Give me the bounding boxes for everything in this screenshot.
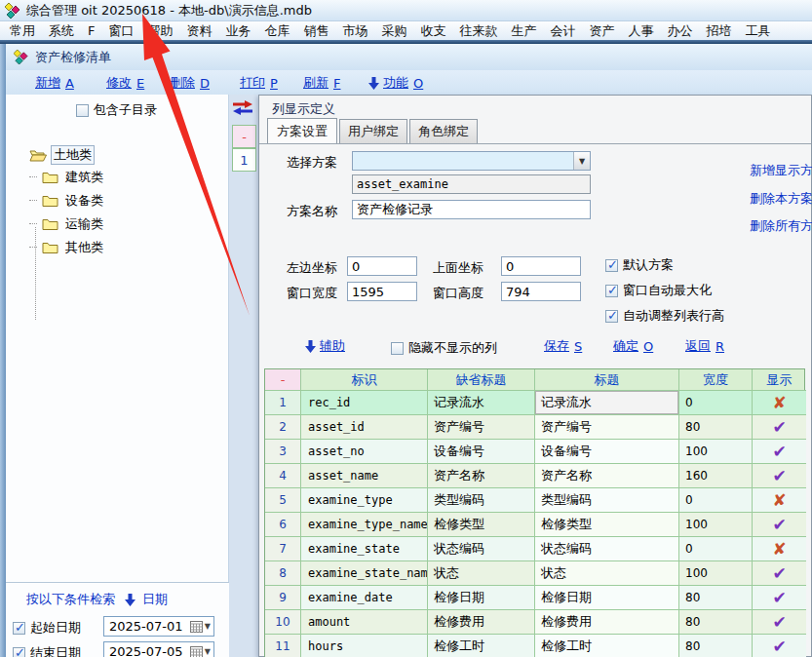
field-id-cell[interactable]: rec_id xyxy=(301,391,428,415)
visible-mark[interactable]: ✘ xyxy=(753,537,806,561)
width-cell[interactable]: 160 xyxy=(679,464,753,488)
top-coord-input[interactable] xyxy=(501,256,581,276)
dropdown-caret-icon[interactable]: ▼ xyxy=(205,647,211,656)
field-id-cell[interactable]: examine_date xyxy=(301,586,428,610)
field-id-cell[interactable]: examine_type_name xyxy=(301,513,428,537)
width-cell[interactable]: 80 xyxy=(679,610,753,635)
table-row[interactable]: 10 amount 检修费用 检修费用 80 ✔ xyxy=(265,610,804,635)
menu-item[interactable]: 常用 xyxy=(3,22,42,40)
table-row[interactable]: 3 asset_no 设备编号 设备编号 100 ✔ xyxy=(265,440,804,464)
tree-item-building[interactable]: 建筑类 xyxy=(29,169,105,185)
refresh-button[interactable]: 刷新F xyxy=(303,74,340,92)
menu-item[interactable]: 会计 xyxy=(543,22,582,40)
table-row[interactable]: 4 asset_name 资产名称 资产名称 160 ✔ xyxy=(265,464,804,488)
tree-item-other[interactable]: 其他类 xyxy=(29,239,105,255)
header-default-title[interactable]: 缺省标题 xyxy=(428,369,535,391)
width-cell[interactable]: 100 xyxy=(679,440,753,464)
combo-dropdown-button[interactable]: ▼ xyxy=(573,152,590,170)
tree-item-land[interactable]: 土地类 xyxy=(29,146,94,163)
width-cell[interactable]: 80 xyxy=(679,586,753,610)
hide-columns-checkbox[interactable] xyxy=(391,342,404,355)
mini-grid-cell-minus[interactable]: - xyxy=(232,125,256,148)
title-cell[interactable]: 设备编号 xyxy=(535,440,679,464)
table-row[interactable]: 6 examine_type_name 检修类型 检修类型 100 ✔ xyxy=(265,513,804,537)
width-cell[interactable]: 80 xyxy=(679,415,753,440)
default-title-cell[interactable]: 检修工时 xyxy=(428,635,535,657)
title-cell[interactable]: 记录流水 xyxy=(535,391,679,415)
width-cell[interactable]: 100 xyxy=(679,561,753,586)
include-subdir-checkbox[interactable] xyxy=(76,104,89,117)
auto-maximize-checkbox[interactable] xyxy=(605,285,618,297)
header-title[interactable]: 标题 xyxy=(535,369,679,391)
menu-item[interactable]: 招培 xyxy=(699,22,738,40)
default-title-cell[interactable]: 类型编码 xyxy=(428,488,535,513)
visible-mark[interactable]: ✔ xyxy=(753,440,806,464)
menu-item[interactable]: 资产 xyxy=(582,22,621,40)
visible-mark[interactable]: ✔ xyxy=(753,561,806,586)
start-date-checkbox[interactable] xyxy=(13,622,25,635)
default-title-cell[interactable]: 资产编号 xyxy=(428,415,535,440)
menu-item[interactable]: F xyxy=(81,23,101,38)
title-cell[interactable]: 资产编号 xyxy=(535,415,679,440)
menu-item[interactable]: 人事 xyxy=(621,22,660,40)
auto-row-height-checkbox[interactable] xyxy=(605,310,618,323)
field-id-cell[interactable]: asset_id xyxy=(301,415,428,440)
default-title-cell[interactable]: 检修类型 xyxy=(428,513,535,537)
mini-grid-cell-1[interactable]: 1 xyxy=(232,148,256,172)
width-cell[interactable]: 0 xyxy=(679,488,753,513)
menu-item[interactable]: 仓库 xyxy=(257,22,296,40)
menu-item[interactable]: 收支 xyxy=(413,22,452,40)
start-date-input[interactable]: 2025-07-01 ▼ xyxy=(103,616,214,637)
back-button[interactable]: 返回R xyxy=(685,337,724,355)
date-group-button[interactable]: 日期 xyxy=(142,591,168,608)
table-row[interactable]: 9 examine_date 检修日期 检修日期 80 ✔ xyxy=(265,586,804,610)
field-id-cell[interactable]: examine_type xyxy=(301,488,428,513)
default-title-cell[interactable]: 记录流水 xyxy=(428,391,535,415)
edit-button[interactable]: 修改E xyxy=(106,74,144,92)
dropdown-caret-icon[interactable]: ▼ xyxy=(205,622,211,631)
title-cell[interactable]: 资产名称 xyxy=(535,464,679,488)
width-cell[interactable]: 80 xyxy=(679,635,753,657)
add-button[interactable]: 新增A xyxy=(35,74,74,92)
width-cell[interactable]: 0 xyxy=(679,391,753,415)
menu-item[interactable]: 帮助 xyxy=(140,22,179,40)
default-title-cell[interactable]: 资产名称 xyxy=(428,464,535,488)
scheme-name-input[interactable] xyxy=(352,200,591,219)
default-title-cell[interactable]: 设备编号 xyxy=(428,440,535,464)
end-date-input[interactable]: 2025-07-05 ▼ xyxy=(103,641,214,657)
delete-button[interactable]: 删除D xyxy=(170,74,210,92)
field-id-cell[interactable]: examine_state xyxy=(301,537,428,561)
add-scheme-link[interactable]: 新增显示方案 xyxy=(750,162,812,179)
end-date-checkbox[interactable] xyxy=(13,647,25,657)
default-title-cell[interactable]: 状态编码 xyxy=(428,537,535,561)
default-title-cell[interactable]: 检修日期 xyxy=(428,586,535,610)
field-id-cell[interactable]: hours xyxy=(301,635,428,657)
tree-item-transport[interactable]: 运输类 xyxy=(29,215,105,232)
field-id-cell[interactable]: asset_name xyxy=(301,464,428,488)
header-minus[interactable]: - xyxy=(265,369,301,391)
tree-item-equipment[interactable]: 设备类 xyxy=(29,192,105,209)
menu-item[interactable]: 销售 xyxy=(296,22,335,40)
down-arrow-icon[interactable] xyxy=(125,594,135,606)
visible-mark[interactable]: ✔ xyxy=(753,610,806,635)
calendar-icon[interactable] xyxy=(190,646,203,657)
field-id-cell[interactable]: examine_state_name xyxy=(301,561,428,586)
menu-item[interactable]: 资料 xyxy=(179,22,218,40)
menu-item[interactable]: 生产 xyxy=(504,22,543,40)
visible-mark[interactable]: ✘ xyxy=(753,488,806,513)
visible-mark[interactable]: ✔ xyxy=(753,464,806,488)
menu-item[interactable]: 窗口 xyxy=(101,22,140,40)
calendar-icon[interactable] xyxy=(190,621,203,633)
header-width[interactable]: 宽度 xyxy=(679,369,753,391)
menu-item[interactable]: 业务 xyxy=(218,22,257,40)
delete-all-schemes-link[interactable]: 删除所有方案 xyxy=(750,217,812,235)
window-width-input[interactable] xyxy=(347,282,417,301)
visible-mark[interactable]: ✔ xyxy=(753,513,806,537)
default-title-cell[interactable]: 状态 xyxy=(428,561,535,586)
title-cell[interactable]: 状态编码 xyxy=(535,537,679,561)
auxiliary-button[interactable]: 辅助 xyxy=(305,337,345,355)
header-visible[interactable]: 显示 xyxy=(753,369,806,391)
menu-item[interactable]: 市场 xyxy=(335,22,374,40)
field-id-cell[interactable]: asset_no xyxy=(301,440,428,464)
tab-scheme-settings[interactable]: 方案设置 xyxy=(267,118,337,144)
